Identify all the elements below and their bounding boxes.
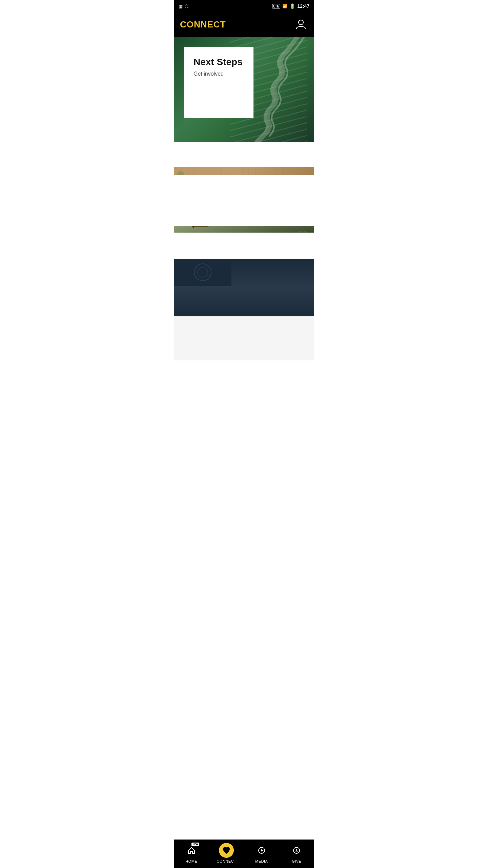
svg-marker-32	[209, 226, 211, 227]
lte-badge: LTE	[272, 4, 280, 8]
globe-visual	[294, 229, 311, 233]
svg-rect-31	[192, 226, 209, 227]
svg-point-0	[299, 20, 303, 25]
app-title: CONNECT	[180, 19, 226, 30]
services-events-card[interactable]: M T W T F S S Services+ Events Attend Re…	[174, 142, 314, 200]
partial-thumbnail	[174, 259, 314, 316]
battery-icon: 🔋	[289, 3, 295, 9]
svg-text:S: S	[246, 167, 246, 168]
svg-text:S: S	[247, 167, 247, 168]
signal-icon: 📶	[282, 4, 287, 8]
pen-visual	[192, 226, 211, 228]
status-left-icons: ▦ ⬡	[179, 4, 188, 9]
svg-text:F: F	[245, 167, 245, 168]
further-info-card[interactable]: FurtherInformation Learn more	[174, 200, 314, 258]
partial-thumb-bg	[174, 259, 231, 286]
svg-text:T: T	[242, 167, 242, 168]
status-right-info: LTE 📶 🔋 12:47	[272, 3, 309, 9]
notification-icon: ⬡	[185, 4, 188, 9]
further-thumbnail	[174, 226, 314, 233]
hero-content-card: Next Steps Get involved	[184, 47, 253, 118]
svg-rect-38	[174, 259, 231, 286]
svg-text:W: W	[243, 167, 243, 168]
partial-card[interactable]	[174, 259, 314, 316]
hero-subtitle: Get involved	[194, 71, 244, 77]
time-display: 12:47	[297, 3, 309, 9]
svg-text:M: M	[240, 167, 241, 168]
sim-icon: ▦	[179, 4, 183, 9]
hero-title: Next Steps	[194, 57, 244, 67]
svg-point-33	[296, 231, 309, 233]
profile-button[interactable]	[294, 17, 308, 32]
profile-icon	[295, 18, 307, 30]
app-header: CONNECT	[174, 12, 314, 37]
calendar-grid: M T W T F S S	[174, 167, 314, 175]
status-bar: ▦ ⬡ LTE 📶 🔋 12:47	[174, 0, 314, 12]
svg-text:T: T	[244, 167, 244, 168]
hero-banner[interactable]: Next Steps Get involved	[174, 37, 314, 142]
cards-section: M T W T F S S Services+ Events Attend Re…	[174, 142, 314, 360]
services-thumbnail: M T W T F S S	[174, 167, 314, 175]
